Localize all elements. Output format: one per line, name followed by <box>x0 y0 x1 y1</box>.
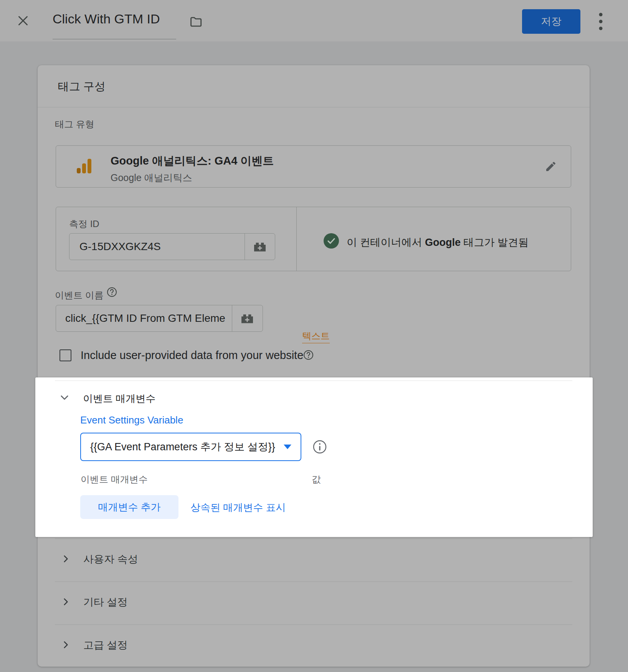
include-user-data-label: Include user-provided data from your web… <box>81 349 303 362</box>
dropdown-caret-icon <box>284 445 291 449</box>
tag-type-label: 태그 유형 <box>55 118 94 130</box>
add-parameter-button[interactable]: 매개변수 추가 <box>80 495 178 519</box>
info-icon[interactable] <box>312 440 327 454</box>
card-title: 태그 구성 <box>58 79 106 94</box>
field-segment-divider <box>232 305 232 331</box>
google-tag-found-status: 이 컨테이너에서 Google 태그가 발견됨 <box>347 236 529 249</box>
status-text-suffix: 태그가 발견됨 <box>461 237 529 248</box>
include-user-data-checkbox[interactable] <box>59 349 71 361</box>
close-icon[interactable] <box>16 14 30 28</box>
google-tag-found-check-icon <box>324 233 339 249</box>
section-top-divider <box>55 380 572 381</box>
section-divider <box>55 581 572 582</box>
gtm-tag-editor-screen: Click With GTM ID 저장 태그 구성 태그 유형 <box>0 0 628 672</box>
section-divider <box>55 539 572 539</box>
tag-type-box[interactable]: Google 애널리틱스: GA4 이벤트 Google 애널리틱스 <box>56 145 571 188</box>
section-label: 고급 설정 <box>83 638 128 652</box>
chevron-right-icon <box>61 597 71 607</box>
save-button[interactable]: 저장 <box>522 9 580 34</box>
section-label: 기타 설정 <box>83 595 128 609</box>
lego-brick-icon <box>240 311 255 326</box>
value-column-label: 값 <box>312 473 321 486</box>
dropdown-selected-value: {{GA Event Parameters 추가 정보 설정}} <box>90 440 278 454</box>
event-settings-variable-dropdown[interactable]: {{GA Event Parameters 추가 정보 설정}} <box>80 433 301 461</box>
event-name-label: 이벤트 이름 <box>55 289 104 301</box>
text-type-toggle-link[interactable]: 텍스트 <box>302 330 330 343</box>
field-segment-divider <box>245 234 245 260</box>
tag-configuration-card: 태그 구성 태그 유형 Google 애널리틱스: GA4 이벤트 Google… <box>38 65 590 667</box>
section-user-properties[interactable]: 사용자 속성 <box>38 541 590 581</box>
chevron-right-icon <box>61 554 71 564</box>
section-divider <box>55 624 572 625</box>
more-menu-icon[interactable] <box>596 11 606 32</box>
event-settings-variable-label[interactable]: Event Settings Variable <box>80 414 183 426</box>
variable-picker-button[interactable] <box>240 311 255 328</box>
status-text-bold: Google <box>425 237 461 248</box>
show-inherited-parameters-link[interactable]: 상속된 매개변수 표시 <box>190 501 286 514</box>
event-parameters-header[interactable]: 이벤트 매개변수 <box>83 392 155 405</box>
param-column-label: 이벤트 매개변수 <box>81 473 148 486</box>
event-parameters-section: 이벤트 매개변수 Event Settings Variable {{GA Ev… <box>35 377 593 537</box>
measurement-id-label: 측정 ID <box>69 218 99 230</box>
top-bar: Click With GTM ID 저장 <box>0 0 628 41</box>
tag-name-title[interactable]: Click With GTM ID <box>53 12 160 26</box>
event-name-help-icon[interactable] <box>107 287 117 297</box>
google-analytics-icon <box>75 157 93 175</box>
status-text-prefix: 이 컨테이너에서 <box>347 237 425 248</box>
lego-brick-icon <box>252 239 268 254</box>
event-name-input[interactable]: click_{{GTM ID From GTM Eleme <box>65 305 230 331</box>
chevron-right-icon <box>61 640 71 650</box>
measurement-box-divider <box>296 207 297 271</box>
tag-type-category: Google 애널리틱스 <box>111 171 274 184</box>
folder-icon[interactable] <box>189 15 203 29</box>
chevron-down-icon[interactable] <box>59 392 70 403</box>
section-label: 사용자 속성 <box>83 552 138 566</box>
variable-picker-button[interactable] <box>252 239 268 256</box>
card-header-divider <box>38 107 590 107</box>
measurement-id-box: 측정 ID G-15DXXGKZ4S 이 컨 <box>56 207 571 271</box>
event-name-field: click_{{GTM ID From GTM Eleme <box>56 305 263 332</box>
include-user-data-help-icon[interactable] <box>303 350 314 360</box>
measurement-id-input[interactable]: G-15DXXGKZ4S <box>79 234 237 260</box>
title-underline <box>53 39 176 40</box>
section-advanced-settings[interactable]: 고급 설정 <box>38 627 590 667</box>
tag-type-name: Google 애널리틱스: GA4 이벤트 <box>111 153 274 169</box>
section-other-settings[interactable]: 기타 설정 <box>38 584 590 624</box>
edit-pencil-icon[interactable] <box>545 160 557 173</box>
measurement-id-field: G-15DXXGKZ4S <box>69 233 275 260</box>
